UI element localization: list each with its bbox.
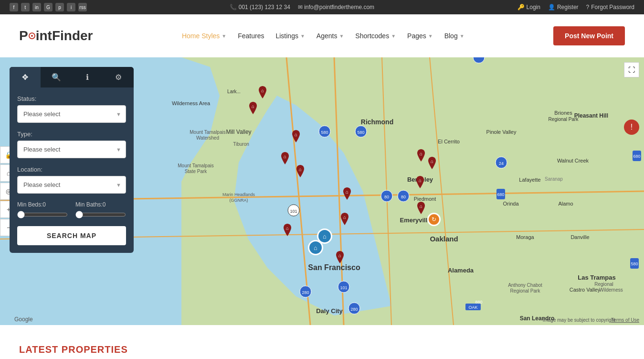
fullscreen-icon: ⛶ [628,66,635,74]
logo[interactable]: PintFinder [19,28,93,44]
contact-info: 📞 001 (123) 123 12 34 ✉ info@pointfinder… [230,4,374,11]
svg-text:El Cerrito: El Cerrito [438,139,460,144]
min-baths-slider[interactable] [75,211,126,218]
svg-text:⌂: ⌂ [346,189,348,195]
status-select[interactable]: Please select [17,105,126,123]
nav-pages[interactable]: Pages ▼ [407,32,433,40]
svg-text:OAK: OAK [468,305,477,310]
svg-text:⌂: ⌂ [343,215,346,220]
facebook-icon[interactable]: f [10,3,18,11]
map-pin[interactable]: ⌂ [290,130,302,146]
email-link[interactable]: ✉ info@pointfindertheme.com [298,4,374,11]
twitter-icon[interactable]: t [21,3,30,11]
map-pin-orange[interactable]: ↻ [427,213,441,226]
svg-text:⌂: ⌂ [295,132,297,137]
post-new-point-button[interactable]: Post New Point [553,26,625,45]
map-section: 101 580 580 80 80 101 280 280 680 680 58… [0,57,644,325]
map-pin[interactable]: ⌂ [282,224,293,240]
login-link[interactable]: 🔑 Login [517,4,540,11]
nav-home-styles[interactable]: Home Styles ▼ [182,32,226,40]
social-links: f t in G p i rss [10,3,87,11]
fullscreen-button[interactable]: ⛶ [624,62,639,77]
svg-text:101: 101 [290,209,297,214]
panel-tab-settings[interactable]: ⚙ [103,67,134,87]
svg-text:Pinole Valley: Pinole Valley [486,129,517,135]
type-group: Type: Please select ▼ [17,131,126,158]
svg-text:Marin Headlands: Marin Headlands [222,192,255,197]
svg-text:Wilderness Area: Wilderness Area [172,100,211,106]
nav-agents[interactable]: Agents ▼ [317,32,344,40]
instagram-icon[interactable]: i [67,3,75,11]
map-pin[interactable]: ⌂ [247,102,259,118]
map-pin[interactable]: ⌂ [341,187,353,204]
chevron-down-icon: ▼ [391,33,396,39]
svg-text:680: 680 [633,154,640,159]
map-pin[interactable]: ⌂ [415,202,427,218]
svg-text:⌂: ⌂ [419,178,422,183]
search-map-button[interactable]: SEARCH MAP [17,226,126,245]
rss-icon[interactable]: rss [78,3,87,11]
panel-tab-info[interactable]: ℹ [72,67,103,87]
auth-links: 🔑 Login 👤 Register ? Forgot Password [517,4,634,11]
chevron-down-icon: ▼ [300,33,305,39]
svg-text:Piedmont: Piedmont [414,196,436,202]
svg-text:580: 580 [357,130,364,135]
nav-blog[interactable]: Blog ▼ [444,32,465,40]
svg-text:Regional: Regional [594,282,613,287]
svg-text:Las Trampas: Las Trampas [578,274,616,281]
location-label: Location: [17,166,126,173]
forgot-password-link[interactable]: ? Forgot Password [586,4,634,11]
map-pin[interactable]: ⌂ [339,213,350,229]
map-background: 101 580 580 80 80 101 280 280 680 680 58… [0,57,644,325]
alert-pin[interactable]: ! [624,120,639,135]
panel-tabs: ✥ 🔍 ℹ ⚙ [10,67,134,87]
blue-pin-icon: ⌂ [308,240,323,255]
svg-text:80: 80 [401,195,406,199]
register-link[interactable]: 👤 Register [548,4,579,11]
svg-text:Alamo: Alamo [558,201,573,207]
map-pin-blue-2[interactable]: ⌂ [308,240,323,255]
svg-text:Mill Valley: Mill Valley [226,129,251,135]
svg-text:Saranap: Saranap [545,176,563,182]
location-select[interactable]: Please select [17,176,126,194]
map-pin[interactable]: ⌂ [334,251,346,267]
top-bar: f t in G p i rss 📞 001 (123) 123 12 34 ✉… [0,0,644,14]
map-pin[interactable]: ⌂ [279,152,291,168]
svg-text:Lark...: Lark... [227,89,241,94]
panel-tab-move[interactable]: ✥ [10,67,41,87]
status-select-wrapper: Please select ▼ [17,105,126,123]
svg-text:Orinda: Orinda [503,201,519,207]
svg-text:⌂: ⌂ [338,253,341,258]
map-pin[interactable]: ⌂ [415,149,427,165]
svg-text:⌂: ⌂ [284,154,286,159]
pinterest-icon[interactable]: p [55,3,64,11]
map-pin[interactable]: ⌂ [426,157,438,173]
nav-shortcodes[interactable]: Shortcodes ▼ [355,32,396,40]
svg-text:580: 580 [631,261,638,266]
min-baths-label: Min Baths:0 [75,201,126,208]
logo-target-icon [29,33,35,39]
svg-text:Daly City: Daly City [316,307,343,315]
svg-text:Tiburon: Tiburon [233,141,249,147]
min-beds-slider[interactable] [17,211,68,218]
map-pin[interactable]: ⌂ [295,165,306,181]
nav-features[interactable]: Features [238,32,264,40]
nav-listings[interactable]: Listings ▼ [275,32,305,40]
type-label: Type: [17,131,126,138]
baths-col: Min Baths:0 [75,201,126,220]
svg-text:⌂: ⌂ [420,204,422,209]
svg-text:Mount Tamalpais: Mount Tamalpais [178,163,213,168]
svg-text:24: 24 [499,161,504,166]
map-pin[interactable]: ⌂ [414,176,426,192]
svg-text:⌂: ⌂ [252,104,254,109]
phone-link[interactable]: 📞 001 (123) 123 12 34 [230,4,290,11]
beds-col: Min Beds:0 [17,201,68,220]
panel-tab-search[interactable]: 🔍 [41,67,72,87]
chevron-down-icon: ▼ [339,33,344,39]
svg-text:280: 280 [350,307,358,312]
linkedin-icon[interactable]: in [32,3,41,11]
map-terms[interactable]: Terms of Use [611,317,639,323]
map-pin[interactable]: ⌂ [257,86,268,102]
google-icon[interactable]: G [44,3,53,11]
type-select[interactable]: Please select [17,141,126,158]
